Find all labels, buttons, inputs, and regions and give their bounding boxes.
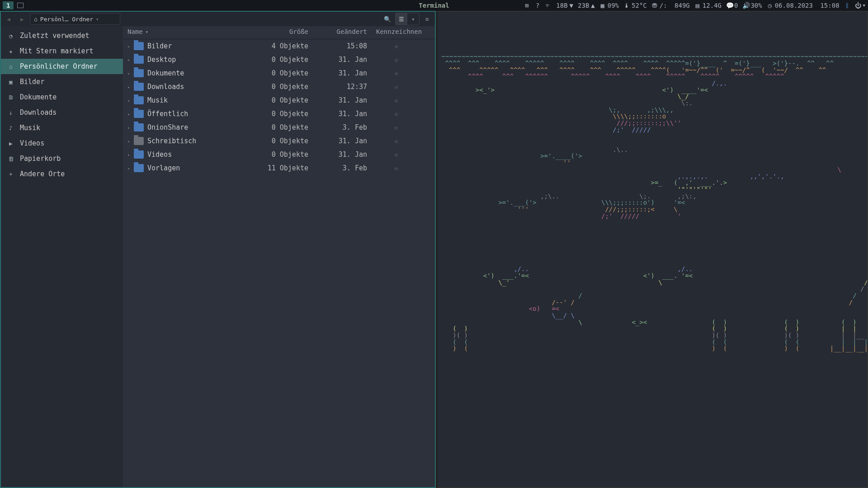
net-up-value: 23B (578, 2, 589, 9)
star-button[interactable]: ☆ (376, 56, 430, 64)
file-modified: 15:08 (317, 42, 376, 50)
path-bar[interactable]: ⌂ Persönl… Ordner ▾ (30, 13, 120, 25)
view-mode-group: ☰ ▾ (395, 13, 420, 25)
app-grid-icon[interactable]: ⊞ (524, 2, 530, 9)
nav-forward-button[interactable]: ▶ (16, 13, 28, 25)
clock-icon: ◷ (767, 2, 773, 9)
terminal-line: ><_'> <') ____'=< (441, 87, 863, 94)
sidebar-item-mit-stern-markiert[interactable]: ★Mit Stern markiert (1, 43, 123, 59)
notification-indicator[interactable]: 💬0 (726, 2, 738, 9)
column-header-name[interactable]: Name ▾ (127, 28, 250, 35)
column-header-star[interactable]: Kennzeichnen (376, 28, 430, 35)
file-modified: 3. Feb (317, 123, 376, 131)
star-button[interactable]: ☆ (376, 42, 430, 50)
terminal-line (441, 47, 863, 53)
file-name: Musik (147, 96, 250, 104)
expand-icon[interactable]: ▸ (127, 57, 134, 62)
sidebar-item-videos[interactable]: ▶Videos (1, 136, 123, 151)
window-title: Terminal (419, 2, 449, 9)
expand-icon[interactable]: ▸ (127, 71, 134, 76)
star-button[interactable]: ☆ (376, 69, 430, 77)
file-row[interactable]: ▸OnionShare0 Objekte3. Feb☆ (123, 121, 435, 134)
file-list-view: Name ▾ Größe Geändert Kennzeichnen ▸Bild… (123, 26, 435, 487)
file-row[interactable]: ▸Downloads0 Objekte12:37☆ (123, 80, 435, 94)
file-modified: 31. Jan (317, 96, 376, 104)
bluetooth-icon[interactable]: ᛒ (844, 2, 850, 9)
list-view-button[interactable]: ☰ (396, 13, 407, 25)
hamburger-menu-button[interactable]: ≡ (421, 13, 433, 25)
star-button[interactable]: ☆ (376, 150, 430, 159)
column-header-size[interactable]: Größe (250, 28, 317, 35)
expand-icon[interactable]: ▸ (127, 139, 134, 144)
file-row[interactable]: ▸Schreibtisch0 Objekte31. Jan☆ (123, 134, 435, 148)
sidebar-item-papierkorb[interactable]: 🗑Papierkorb (1, 151, 123, 166)
terminal-line (441, 259, 863, 266)
terminal-line (441, 14, 863, 20)
view-dropdown-button[interactable]: ▾ (407, 13, 419, 25)
expand-icon[interactable]: ▸ (127, 98, 134, 103)
star-button[interactable]: ☆ (376, 164, 430, 172)
terminal-line: ,;\.. \;. ,;\:, (441, 193, 863, 200)
file-row[interactable]: ▸Bilder4 Objekte15:08☆ (123, 39, 435, 53)
folder-icon (134, 56, 144, 64)
terminal-line (441, 253, 863, 259)
terminal-line: /;' ///// (441, 127, 863, 133)
folder-icon (134, 164, 144, 172)
sidebar-item-zuletzt-verwendet[interactable]: ◔Zuletzt verwendet (1, 28, 123, 43)
chat-icon: 💬 (726, 2, 732, 9)
search-button[interactable]: 🔍 (382, 13, 393, 25)
folder-icon (134, 137, 144, 145)
file-name: Schreibtisch (147, 137, 250, 145)
file-row[interactable]: ▸Musik0 Objekte31. Jan☆ (123, 94, 435, 107)
sidebar-item-pers-nlicher-ordner[interactable]: ⌂Persönlicher Ordner (1, 59, 123, 74)
terminal-line: >='.____('> (441, 153, 863, 160)
file-row[interactable]: ▸Dokumente0 Objekte31. Jan☆ (123, 66, 435, 80)
sidebar-item-dokumente[interactable]: 🗎Dokumente (1, 89, 123, 105)
folder-icon (134, 150, 144, 159)
workspace-indicator[interactable]: 1 (3, 1, 24, 9)
help-icon[interactable]: ? (534, 2, 541, 9)
path-label: Persönl… Ordner (40, 16, 93, 23)
expand-icon[interactable]: ▸ (127, 125, 134, 130)
sidebar-item-downloads[interactable]: ↓Downloads (1, 105, 123, 120)
file-row[interactable]: ▸Vorlagen11 Objekte3. Feb☆ (123, 161, 435, 175)
file-row[interactable]: ▸Videos0 Objekte31. Jan☆ (123, 148, 435, 161)
clock-indicator[interactable]: ◷06.08.2023 15:08 (767, 2, 840, 9)
star-button[interactable]: ☆ (376, 123, 430, 131)
expand-icon[interactable]: ▸ (127, 166, 134, 171)
sidebar-item-andere-orte[interactable]: +Andere Orte (1, 166, 123, 182)
terminal-window[interactable]: ~~~~~~~~~~~~~~~~~~~~~~~~~~~~~~~~~~~~~~~~… (436, 11, 868, 488)
expand-icon[interactable]: ▸ (127, 44, 134, 49)
ram-indicator: ▤12.4G (694, 2, 722, 9)
file-row[interactable]: ▸Desktop0 Objekte31. Jan☆ (123, 53, 435, 66)
star-button[interactable]: ☆ (376, 96, 430, 104)
terminal-line: \:. (441, 100, 863, 107)
star-button[interactable]: ☆ (376, 110, 430, 118)
file-manager-window: ◀ ▶ ⌂ Persönl… Ordner ▾ 🔍 ☰ ▾ ≡ ◔Zuletzt… (0, 11, 436, 488)
sidebar-item-label: Videos (20, 139, 44, 147)
thermometer-icon: 🌡 (623, 2, 630, 9)
file-row[interactable]: ▸Öffentlich0 Objekte31. Jan☆ (123, 107, 435, 121)
terminal-line: ) ( ) ( ) ( |__|__|__| (441, 345, 863, 352)
nav-back-button[interactable]: ◀ (3, 13, 14, 25)
sidebar-item-label: Mit Stern markiert (20, 47, 94, 55)
star-button[interactable]: ☆ (376, 137, 430, 145)
expand-icon[interactable]: ▸ (127, 112, 134, 117)
sidebar-item-musik[interactable]: ♪Musik (1, 120, 123, 136)
expand-icon[interactable]: ▸ (127, 84, 134, 89)
terminal-line: .\.. (441, 146, 863, 153)
workspace-number[interactable]: 1 (3, 1, 14, 9)
file-modified: 31. Jan (317, 110, 376, 118)
wifi-icon[interactable]: ᯤ (545, 2, 552, 9)
volume-indicator[interactable]: 🔊30% (742, 2, 762, 9)
file-size: 0 Objekte (250, 83, 317, 91)
file-size: 0 Objekte (250, 150, 317, 159)
column-header-modified[interactable]: Geändert (317, 28, 376, 35)
star-button[interactable]: ☆ (376, 83, 430, 91)
sidebar-item-icon: 🗑 (7, 155, 14, 162)
sidebar-item-bilder[interactable]: ▣Bilder (1, 74, 123, 89)
expand-icon[interactable]: ▸ (127, 152, 134, 157)
terminal-line: /;' ///// ' (441, 213, 863, 220)
power-menu-icon[interactable]: ⏻▼ (855, 2, 865, 9)
temp-indicator: 🌡52°C (623, 2, 647, 9)
